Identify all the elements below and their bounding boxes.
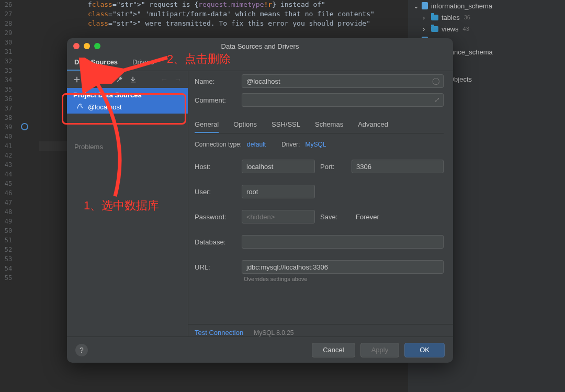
host-field[interactable]: localhost [242,160,315,173]
label-save: Save: [320,213,346,221]
database-field[interactable] [242,235,444,249]
mysql-icon [76,103,84,110]
dialog-footer: ? Cancel Apply OK [67,337,453,363]
label-port: Port: [320,163,346,171]
ok-button[interactable]: OK [404,343,445,357]
password-field[interactable]: <hidden> [242,210,315,223]
driver-link[interactable]: MySQL [305,141,326,148]
wrench-icon[interactable] [114,74,126,85]
data-source-item[interactable]: @localhost [67,100,188,114]
host-value: localhost [246,163,273,171]
label-comment: Comment: [195,96,236,104]
problems-item[interactable]: Problems [67,143,188,151]
dialog-left-panel: ← → Project Data Sources @localhost Prob… [67,71,188,337]
count-badge: 43 [463,26,469,32]
label-host: Host: [195,163,236,171]
port-value: 3306 [356,163,371,171]
copy-button[interactable] [100,74,112,85]
tree-node-views[interactable]: views 43 [408,23,565,35]
user-field[interactable]: root [242,185,315,198]
help-button[interactable]: ? [75,344,88,356]
name-field[interactable]: @localhost ◯ [242,74,444,88]
label-url: URL: [195,263,236,271]
connection-type-link[interactable]: default [247,141,266,148]
tab-schemas[interactable]: Schemas [315,116,343,133]
tree-label: views [442,25,459,33]
cancel-button[interactable]: Cancel [312,343,355,357]
top-tabs: Data Sources Drivers [67,54,453,71]
chevron-down-icon [413,2,419,10]
label-password: Password: [195,213,236,221]
label-user: User: [195,188,236,196]
label-connection-type: Connection type: [195,141,242,148]
dialog-titlebar: Data Sources and Drivers [67,38,453,54]
svg-rect-0 [89,79,95,80]
settings-tabs: General Options SSH/SSL Schemas Advanced [195,116,444,133]
tab-ssh-ssl[interactable]: SSH/SSL [272,116,300,133]
color-picker-icon[interactable]: ◯ [432,77,440,85]
tab-advanced[interactable]: Advanced [358,116,388,133]
tree-label: tables [442,14,460,21]
left-toolbar: ← → [67,71,188,88]
expand-icon[interactable]: ⤢ [434,96,440,104]
tab-general[interactable]: General [195,116,219,133]
chevron-right-icon [423,25,428,33]
url-field[interactable]: jdbc:mysql://localhost:3306 [242,260,444,274]
user-value: root [246,188,258,196]
url-value: jdbc:mysql://localhost:3306 [246,263,328,271]
dialog-right-panel: Name: @localhost ◯ Comment: ⤢ General Op… [188,71,453,337]
dialog-title: Data Sources and Drivers [67,42,453,50]
mysql-version-label: MySQL 8.0.25 [254,329,293,337]
project-data-sources-block: Project Data Sources @localhost [67,88,188,114]
name-value: @localhost [246,77,280,85]
label-database: Database: [195,238,236,246]
tab-drivers[interactable]: Drivers [125,54,161,71]
port-field[interactable]: 3306 [352,160,444,173]
data-source-label: @localhost [88,103,122,111]
count-badge: 36 [464,14,470,20]
apply-button[interactable]: Apply [360,343,400,357]
import-button[interactable] [128,74,139,85]
tab-options[interactable]: Options [233,116,257,133]
label-driver: Driver: [281,141,300,148]
save-select[interactable]: Forever [352,210,444,223]
line-gutter: 2627282930313233343536373839404142434445… [0,0,37,392]
section-header-project: Project Data Sources [67,88,188,100]
password-value: <hidden> [246,213,275,221]
tree-node-tables[interactable]: tables 36 [408,12,565,23]
undo-button[interactable]: ← [159,74,170,85]
add-button[interactable] [71,74,83,85]
label-name: Name: [195,77,236,85]
folder-icon [431,26,438,32]
test-connection-link[interactable]: Test Connection [195,329,243,337]
schema-icon [422,2,428,9]
save-value: Forever [356,213,379,221]
url-note: Overrides settings above [244,276,444,282]
remove-button[interactable] [85,74,98,85]
tab-data-sources[interactable]: Data Sources [67,54,125,71]
redo-button[interactable]: → [172,74,184,85]
tree-label: information_schema [431,2,492,10]
comment-field[interactable]: ⤢ [242,93,444,107]
folder-icon [431,15,438,20]
tree-node-schema[interactable]: information_schema [408,0,565,12]
chevron-right-icon [423,14,428,21]
data-sources-dialog: Data Sources and Drivers Data Sources Dr… [67,38,453,363]
